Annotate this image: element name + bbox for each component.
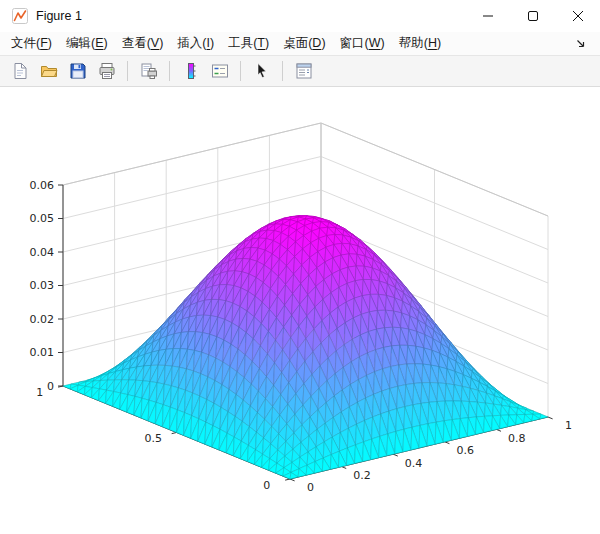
minimize-button[interactable] [465,0,510,32]
title-bar: Figure 1 [0,0,600,32]
new-document-icon [11,62,29,80]
svg-text:0.02: 0.02 [30,313,55,326]
menu-item-file[interactable]: 文件(F) [4,33,59,54]
menu-item-desktop[interactable]: 桌面(D) [276,33,332,54]
legend-icon [211,62,229,80]
close-button[interactable] [555,0,600,32]
svg-text:0.8: 0.8 [508,432,526,445]
save-icon [69,62,87,80]
open-folder-icon [40,62,58,80]
window-title: Figure 1 [36,9,82,23]
print-icon [98,62,116,80]
svg-text:0: 0 [263,479,270,492]
figure-canvas: 00.20.40.60.8100.5100.010.020.030.040.05… [0,87,600,534]
menu-items: 文件(F)编辑(E)查看(V)插入(I)工具(T)桌面(D)窗口(W)帮助(H) [4,33,448,54]
menu-bar: 文件(F)编辑(E)查看(V)插入(I)工具(T)桌面(D)窗口(W)帮助(H) [0,32,600,56]
menu-item-view[interactable]: 查看(V) [115,33,171,54]
svg-text:0: 0 [47,380,54,393]
close-icon [573,11,583,21]
toolbar [0,56,600,87]
print-preview-icon [140,62,158,80]
minimize-icon [483,11,493,21]
legend-button[interactable] [206,58,233,84]
svg-text:0.6: 0.6 [456,444,474,457]
svg-text:0: 0 [307,481,314,494]
svg-text:1: 1 [36,386,43,399]
matlab-figure-icon [12,8,28,24]
colorbar-button[interactable] [177,58,204,84]
menu-item-help[interactable]: 帮助(H) [392,33,448,54]
menu-item-edit[interactable]: 编辑(E) [59,33,115,54]
figure-window: Figure 1 文件(F)编辑(E)查看(V)插入(I)工具(T)桌面(D)窗… [0,0,600,534]
svg-text:0.5: 0.5 [144,432,162,445]
maximize-button[interactable] [510,0,555,32]
toolbar-separator [282,61,283,81]
property-inspector-icon [295,62,313,80]
maximize-icon [528,11,538,21]
svg-text:0.03: 0.03 [30,279,55,292]
new-document-button[interactable] [6,58,33,84]
menu-item-window[interactable]: 窗口(W) [333,33,392,54]
svg-text:0.04: 0.04 [30,246,55,259]
dock-arrow-icon[interactable] [575,38,596,49]
print-button[interactable] [93,58,120,84]
menu-item-insert[interactable]: 插入(I) [170,33,221,54]
toolbar-separator [127,61,128,81]
menu-item-tools[interactable]: 工具(T) [221,33,276,54]
svg-text:0.2: 0.2 [353,469,371,482]
colorbar-icon [182,62,200,80]
window-controls [465,0,600,32]
print-preview-button[interactable] [135,58,162,84]
svg-text:1: 1 [565,419,572,432]
edit-plot-arrow-icon [253,62,271,80]
toolbar-separator [240,61,241,81]
save-button[interactable] [64,58,91,84]
edit-plot-arrow-button[interactable] [248,58,275,84]
property-inspector-button[interactable] [290,58,317,84]
open-folder-button[interactable] [35,58,62,84]
toolbar-separator [169,61,170,81]
svg-text:0.4: 0.4 [405,457,423,470]
svg-text:0.05: 0.05 [30,212,55,225]
surface-plot: 00.20.40.60.8100.5100.010.020.030.040.05… [0,87,600,534]
svg-text:0.01: 0.01 [30,346,55,359]
svg-text:0.06: 0.06 [30,179,55,192]
